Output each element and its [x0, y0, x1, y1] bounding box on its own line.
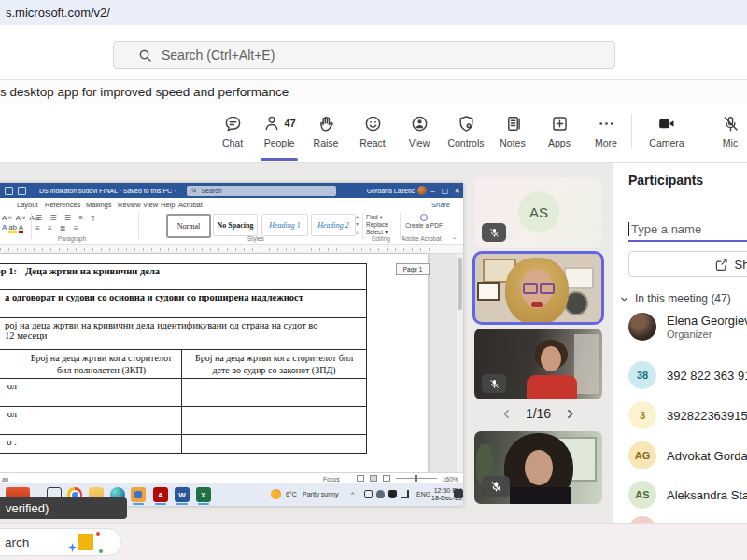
tab-layout[interactable]: Layout — [17, 201, 38, 209]
tab-help[interactable]: Help — [161, 201, 175, 209]
participant-row[interactable]: AG Advokat Gordana — [628, 441, 747, 469]
shared-excel-icon[interactable]: X — [196, 487, 211, 502]
style-normal[interactable]: Normal — [166, 214, 211, 238]
search-icon — [138, 49, 152, 63]
participant-name: 39282236391584 — [667, 409, 747, 423]
toolbar-mic-button[interactable]: Mic — [710, 113, 747, 148]
status-focus[interactable]: Focus — [323, 476, 340, 483]
lips — [531, 302, 543, 307]
word-search-box[interactable]: Search — [187, 186, 336, 196]
ribbon-collapse-chevron[interactable]: ⌄ — [452, 233, 458, 241]
avatar: AS — [628, 481, 656, 509]
find-button[interactable]: Find ▾ — [366, 214, 383, 221]
shared-acrobat-icon[interactable]: A — [153, 487, 168, 502]
word-canvas: ор 1: Деца жртви на кривични дела а одго… — [0, 254, 463, 472]
background-door — [574, 334, 599, 394]
toolbar-react-button[interactable]: React — [346, 113, 399, 148]
word-share-button[interactable]: Share — [431, 201, 450, 209]
teams-search-input[interactable]: Search (Ctrl+Alt+E) — [113, 41, 615, 69]
zoom-percent[interactable]: 160% — [443, 476, 458, 483]
shared-tray-device-icon[interactable] — [364, 490, 373, 498]
toolbar-people-button[interactable]: 47 People — [253, 113, 305, 148]
browser-url-bar[interactable]: s.microsoft.com/v2/ — [0, 0, 747, 25]
shared-tray-cloud-icon[interactable] — [376, 490, 385, 498]
shared-weather-text[interactable]: Partly sunny — [303, 491, 339, 497]
toolbar-raise-button[interactable]: Raise — [300, 113, 352, 148]
style-heading-1[interactable]: Heading 1 — [261, 214, 308, 236]
windows-taskbar: arch W P X 6°C Partly sunny i — [0, 523, 747, 560]
group-label-styles: Styles — [247, 235, 264, 242]
participant-row[interactable]: Elena Georgievsk Organizer — [628, 313, 747, 341]
table-header-zpd: Број на деца жртви кога сторителот бил д… — [182, 350, 367, 379]
participant-row[interactable] — [628, 516, 747, 523]
taskbar-search-box[interactable]: arch — [0, 528, 121, 556]
word-account[interactable]: Gordana Lazetic — [367, 186, 427, 195]
paragraph-align-icons[interactable]: ≡ ≡ ≣ ≡ — [35, 224, 80, 232]
video-tile-participant[interactable] — [474, 431, 602, 504]
chat-icon — [223, 114, 243, 133]
in-this-meeting-section[interactable]: In this meeting (47) — [619, 292, 731, 305]
video-tile-active-speaker[interactable] — [472, 251, 604, 325]
browser-url[interactable]: s.microsoft.com/v2/ — [6, 6, 110, 20]
participant-search-input[interactable]: Type a name — [628, 217, 747, 242]
word-ribbon-tabs: Layout References Mailings Review View H… — [0, 198, 463, 211]
toolbar-apps-button[interactable]: Apps — [533, 113, 585, 148]
styles-gallery-scroll[interactable]: ▴▾≡ — [356, 213, 359, 236]
paragraph-list-icons[interactable]: ☰ ☰ ☰ ≡ ¶ — [35, 214, 97, 222]
toolbar-more-button[interactable]: More — [580, 113, 632, 148]
mic-muted-badge — [482, 374, 506, 393]
shared-tray-lang[interactable]: ENG — [416, 491, 430, 497]
shared-tray-volume-icon[interactable] — [401, 490, 409, 498]
status-language[interactable]: an — [2, 476, 8, 483]
toolbar-view-button[interactable]: View — [393, 113, 445, 148]
wall-certificate — [477, 282, 500, 301]
view-read-icon[interactable] — [357, 475, 364, 482]
toolbar-label: Raise — [314, 137, 339, 148]
word-scrollbar[interactable] — [457, 254, 463, 472]
tab-acrobat[interactable]: Acrobat — [178, 201, 203, 209]
tab-view[interactable]: View — [143, 201, 158, 209]
share-invite-button[interactable]: Sh — [628, 251, 747, 277]
toolbar-camera-button[interactable]: Camera — [642, 113, 691, 148]
zoom-slider-knob[interactable] — [415, 475, 417, 482]
shared-tray-chevron[interactable]: ^ — [351, 491, 354, 497]
document-page[interactable]: ор 1: Деца жртви на кривични дела а одго… — [0, 254, 428, 472]
style-no-spacing[interactable]: No Spacing — [213, 214, 258, 236]
chevron-left-icon[interactable] — [500, 408, 513, 420]
participant-row[interactable]: 38 392 822 363 915 — [628, 361, 747, 389]
word-saved-state[interactable]: Saved to this PC — [123, 188, 172, 194]
video-tile-avatar[interactable]: AS — [474, 177, 602, 248]
close-button[interactable]: ✕ — [451, 187, 463, 195]
tab-mailings[interactable]: Mailings — [86, 201, 112, 209]
chevron-right-icon[interactable] — [564, 408, 576, 420]
avatar: AG — [628, 441, 656, 469]
shared-word-icon[interactable]: W — [175, 487, 190, 502]
view-print-icon[interactable] — [370, 475, 377, 482]
shared-tray-mic-icon[interactable] — [388, 490, 397, 498]
participant-row[interactable]: 3 39282236391584 — [628, 401, 747, 429]
camera-icon — [656, 114, 677, 133]
toolbar-controls-button[interactable]: Controls — [440, 113, 492, 148]
create-pdf-button[interactable]: Create a PDF — [405, 213, 443, 229]
tab-references[interactable]: References — [45, 201, 80, 209]
font-color-icons[interactable]: A ab A — [2, 223, 23, 231]
style-heading-2[interactable]: Heading 2 — [311, 214, 356, 236]
view-web-icon[interactable] — [383, 475, 390, 482]
shared-weather-temp[interactable]: 6°C — [286, 491, 297, 497]
word-user-name: Gordana Lazetic — [367, 188, 415, 194]
glasses — [523, 283, 538, 294]
toolbar-notes-button[interactable]: Notes — [486, 113, 539, 148]
toolbar-label: React — [359, 137, 385, 148]
shared-notification-icon[interactable] — [454, 489, 463, 498]
participant-row[interactable]: AS Aleksandra Stank — [628, 481, 747, 509]
tab-review[interactable]: Review — [118, 201, 141, 209]
replace-button[interactable]: Replace — [366, 221, 388, 228]
shared-weather-icon[interactable] — [271, 489, 281, 499]
minimize-button[interactable]: – — [427, 187, 439, 195]
group-label-acrobat: Adobe Acrobat — [402, 235, 442, 242]
video-tile-participant[interactable] — [474, 329, 602, 399]
table-row-label: ол — [0, 379, 21, 407]
toolbar-chat-button[interactable]: Chat — [206, 113, 259, 148]
maximize-button[interactable]: ▢ — [439, 187, 451, 195]
shared-highlighted-app-icon[interactable] — [131, 487, 146, 502]
